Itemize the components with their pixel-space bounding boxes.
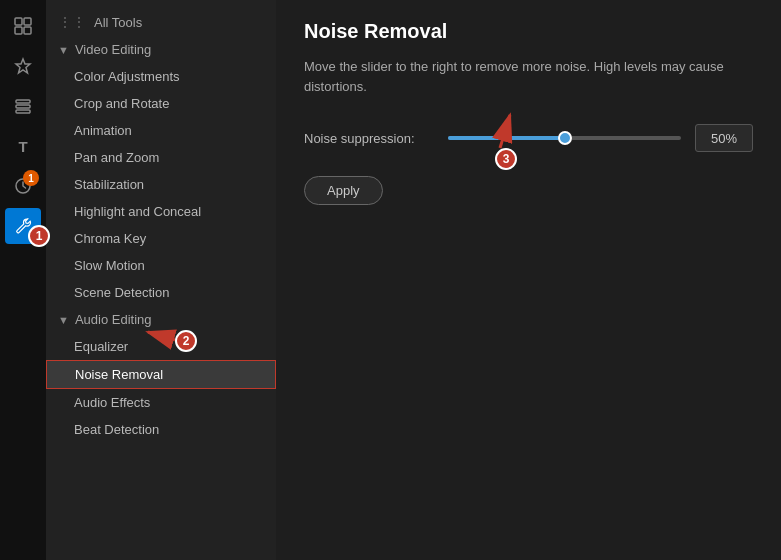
svg-rect-3 [24,27,31,34]
apply-button-row: Apply [304,176,753,205]
pin-icon-btn[interactable] [5,48,41,84]
sidebar-item-animation[interactable]: Animation [46,117,276,144]
sidebar-item-scene-detection[interactable]: Scene Detection [46,279,276,306]
video-editing-header[interactable]: ▼ Video Editing [46,36,276,63]
layers-icon-btn[interactable] [5,88,41,124]
sidebar-item-audio-effects[interactable]: Audio Effects [46,389,276,416]
tools-icon-btn[interactable] [5,208,41,244]
svg-rect-1 [24,18,31,25]
sidebar-item-noise-removal[interactable]: Noise Removal [46,360,276,389]
icon-bar: T 1 [0,0,46,560]
svg-rect-5 [16,105,30,108]
sidebar-item-stabilization[interactable]: Stabilization [46,171,276,198]
all-tools-icon: ⋮⋮ [58,14,86,30]
all-tools-item[interactable]: ⋮⋮ All Tools [46,8,276,36]
main-content: Noise Removal Move the slider to the rig… [276,0,781,560]
sidebar-item-highlight-conceal[interactable]: Highlight and Conceal [46,198,276,225]
sidebar-item-color-adjustments[interactable]: Color Adjustments [46,63,276,90]
suppression-value: 50% [695,124,753,152]
sidebar-item-pan-zoom[interactable]: Pan and Zoom [46,144,276,171]
clock-badge: 1 [23,170,39,186]
sidebar-item-chroma-key[interactable]: Chroma Key [46,225,276,252]
description-text: Move the slider to the right to remove m… [304,57,753,96]
svg-rect-0 [15,18,22,25]
sidebar-item-slow-motion[interactable]: Slow Motion [46,252,276,279]
clock-icon-btn[interactable]: 1 [5,168,41,204]
slider-thumb[interactable] [558,131,572,145]
page-title: Noise Removal [304,20,753,43]
apply-button[interactable]: Apply [304,176,383,205]
grid-icon-btn[interactable] [5,8,41,44]
slider-fill [448,136,565,140]
video-arrow-icon: ▼ [58,44,69,56]
noise-suppression-label: Noise suppression: [304,131,434,146]
noise-suppression-slider[interactable] [448,128,681,148]
sidebar-item-equalizer[interactable]: Equalizer [46,333,276,360]
sidebar: ⋮⋮ All Tools ▼ Video Editing Color Adjus… [46,0,276,560]
all-tools-label: All Tools [94,15,142,30]
slider-track [448,136,681,140]
sidebar-item-crop-rotate[interactable]: Crop and Rotate [46,90,276,117]
sidebar-item-beat-detection[interactable]: Beat Detection [46,416,276,443]
audio-arrow-icon: ▼ [58,314,69,326]
audio-editing-label: Audio Editing [75,312,152,327]
video-editing-label: Video Editing [75,42,151,57]
svg-rect-2 [15,27,22,34]
svg-rect-6 [16,110,30,113]
svg-rect-4 [16,100,30,103]
text-icon-btn[interactable]: T [5,128,41,164]
audio-editing-header[interactable]: ▼ Audio Editing [46,306,276,333]
noise-suppression-row: Noise suppression: 50% [304,124,753,152]
